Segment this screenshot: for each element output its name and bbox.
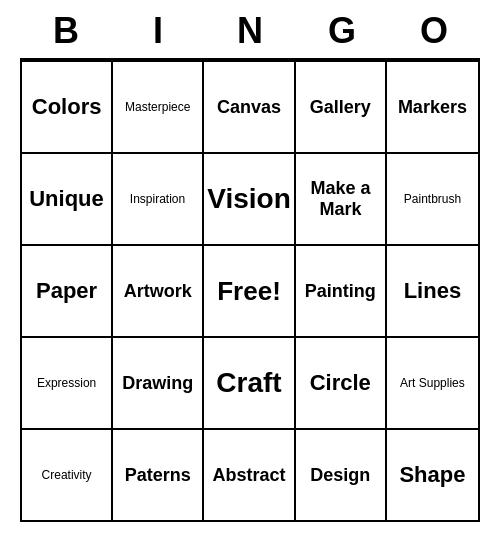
bingo-cell: Inspiration [113, 154, 204, 244]
bingo-cell: Craft [204, 338, 295, 428]
bingo-cell: Design [296, 430, 387, 520]
bingo-cell: Circle [296, 338, 387, 428]
bingo-cell: Drawing [113, 338, 204, 428]
bingo-cell: Unique [22, 154, 113, 244]
bingo-row: ExpressionDrawingCraftCircleArt Supplies [22, 336, 478, 428]
bingo-row: UniqueInspirationVisionMake a MarkPaintb… [22, 152, 478, 244]
bingo-cell: Markers [387, 62, 478, 152]
bingo-row: PaperArtworkFree!PaintingLines [22, 244, 478, 336]
bingo-letter: B [24, 10, 108, 52]
bingo-letter: N [208, 10, 292, 52]
bingo-cell: Shape [387, 430, 478, 520]
bingo-cell: Canvas [204, 62, 295, 152]
bingo-cell: Masterpiece [113, 62, 204, 152]
bingo-cell: Artwork [113, 246, 204, 336]
bingo-cell: Paintbrush [387, 154, 478, 244]
bingo-cell: Lines [387, 246, 478, 336]
bingo-letter: O [392, 10, 476, 52]
bingo-cell: Paper [22, 246, 113, 336]
bingo-cell: Art Supplies [387, 338, 478, 428]
bingo-cell: Painting [296, 246, 387, 336]
bingo-grid: ColorsMasterpieceCanvasGalleryMarkersUni… [20, 58, 480, 522]
bingo-cell: Gallery [296, 62, 387, 152]
bingo-cell: Abstract [204, 430, 295, 520]
bingo-letter: G [300, 10, 384, 52]
bingo-cell: Vision [204, 154, 296, 244]
bingo-row: ColorsMasterpieceCanvasGalleryMarkers [22, 60, 478, 152]
bingo-cell: Expression [22, 338, 113, 428]
bingo-row: CreativityPaternsAbstractDesignShape [22, 428, 478, 520]
bingo-cell: Free! [204, 246, 295, 336]
bingo-header: BINGO [20, 0, 480, 58]
bingo-cell: Colors [22, 62, 113, 152]
bingo-letter: I [116, 10, 200, 52]
bingo-cell: Paterns [113, 430, 204, 520]
bingo-cell: Creativity [22, 430, 113, 520]
bingo-cell: Make a Mark [296, 154, 387, 244]
